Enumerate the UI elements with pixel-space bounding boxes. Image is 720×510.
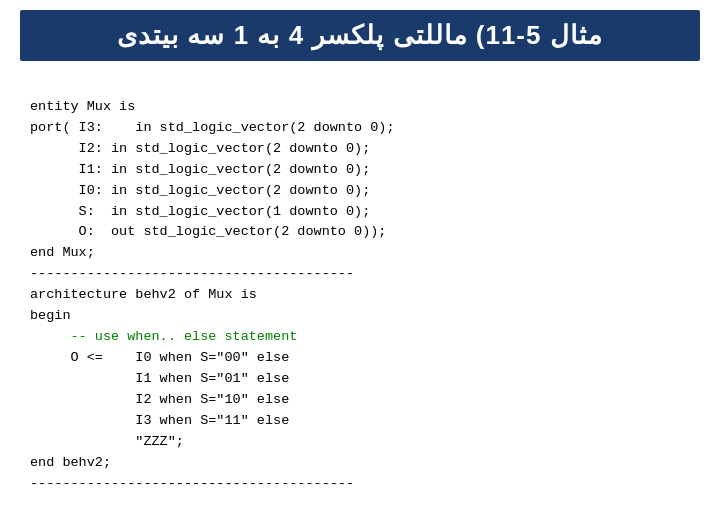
- code-line-5: I0: in std_logic_vector(2 downto 0);: [30, 183, 370, 198]
- code-line-12: I1 when S="01" else: [30, 371, 289, 386]
- code-line-11: O <= I0 when S="00" else: [30, 350, 289, 365]
- divider-1: ----------------------------------------: [30, 266, 354, 281]
- code-line-15: "ZZZ";: [30, 434, 184, 449]
- code-line-8: end Mux;: [30, 245, 95, 260]
- code-line-13: I2 when S="10" else: [30, 392, 289, 407]
- code-block: entity Mux is port( I3: in std_logic_vec…: [30, 76, 690, 510]
- code-line-10: begin: [30, 308, 71, 323]
- code-line-6: S: in std_logic_vector(1 downto 0);: [30, 204, 370, 219]
- code-line-4: I1: in std_logic_vector(2 downto 0);: [30, 162, 370, 177]
- code-line-1: entity Mux is: [30, 99, 135, 114]
- code-line-2: port( I3: in std_logic_vector(2 downto 0…: [30, 120, 395, 135]
- code-comment-1: -- use when.. else statement: [30, 329, 297, 344]
- code-line-9: architecture behv2 of Mux is: [30, 287, 257, 302]
- content-area: entity Mux is port( I3: in std_logic_vec…: [20, 71, 700, 510]
- slide-container: مثال 5-11) ماللتی پلکسر 4 به 1 سه بیتدی …: [0, 0, 720, 510]
- code-line-16: end behv2;: [30, 455, 111, 470]
- code-line-3: I2: in std_logic_vector(2 downto 0);: [30, 141, 370, 156]
- code-line-14: I3 when S="11" else: [30, 413, 289, 428]
- slide-title: مثال 5-11) ماللتی پلکسر 4 به 1 سه بیتدی: [20, 10, 700, 61]
- code-line-7: O: out std_logic_vector(2 downto 0));: [30, 224, 386, 239]
- divider-2: ----------------------------------------: [30, 476, 354, 491]
